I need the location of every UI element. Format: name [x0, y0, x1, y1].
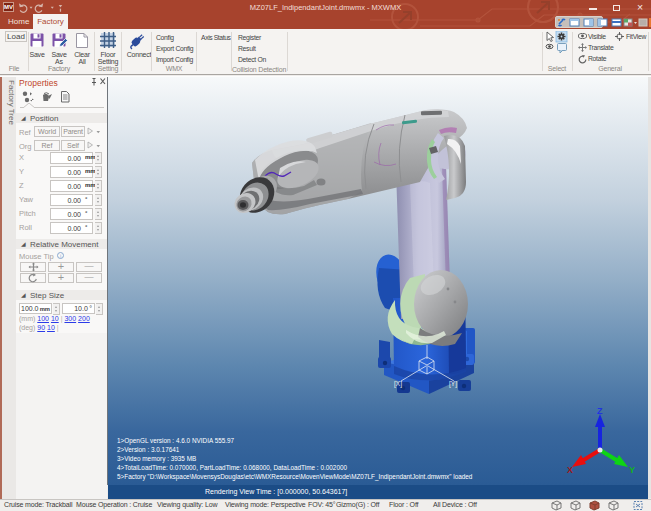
svg-text:[X]: [X] [394, 380, 402, 388]
svg-text:Y: Y [629, 465, 635, 475]
svg-text:3>Video memory : 3935 MB: 3>Video memory : 3935 MB [117, 455, 196, 463]
svg-text:Z: Z [597, 406, 603, 416]
svg-text:5>Factory "D:\Workspace\Movens: 5>Factory "D:\Workspace\MovensysDouglas\… [117, 473, 473, 481]
svg-text:1>OpenGL version : 4.6.0 NVIDI: 1>OpenGL version : 4.6.0 NVIDIA 555.97 [117, 437, 235, 445]
svg-text:4>TotalLoadTime: 0.070000, Par: 4>TotalLoadTime: 0.070000, PartLoadTime:… [117, 464, 347, 471]
svg-text:2>Version : 3.0.17641: 2>Version : 3.0.17641 [117, 446, 180, 453]
svg-text:[Y]: [Y] [449, 380, 457, 388]
svg-text:X: X [567, 465, 573, 475]
